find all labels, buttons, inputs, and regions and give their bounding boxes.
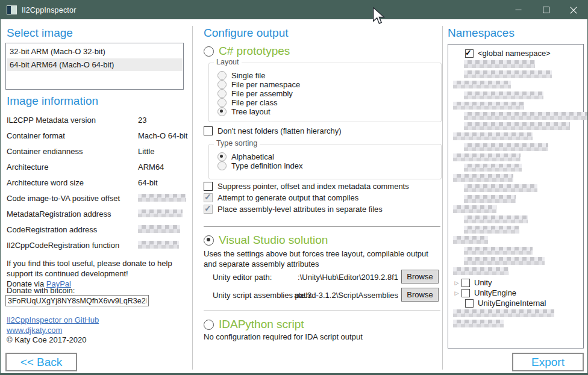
layout-option-file-per-class[interactable]: File per class: [217, 98, 278, 107]
website-link[interactable]: www.djkaty.com: [7, 326, 62, 335]
redacted-row: [464, 226, 519, 234]
redacted-row: [464, 215, 528, 223]
dont-nest-checkbox[interactable]: Don't nest folders (flatten hierarchy): [204, 126, 342, 135]
redacted-row: [464, 112, 588, 120]
namespace-item-unity[interactable]: ▷ Unity: [449, 277, 492, 288]
redacted-row: [464, 195, 516, 203]
window-border: [1, 373, 587, 374]
redacted-row: [453, 132, 533, 140]
unity-assemblies-path-value: ate.3d-3.1.2\ScriptAssemblies: [279, 291, 398, 300]
radio-icon: [217, 80, 227, 89]
namespace-item-unityengineinternal[interactable]: UnityEngineInternal: [449, 298, 546, 308]
browse-editor-button[interactable]: Browse: [401, 270, 439, 284]
bitcoin-label: Donate with bitcoin:: [7, 285, 75, 296]
idapython-radio[interactable]: IDAPython script: [204, 318, 304, 331]
bitcoin-address-input[interactable]: [5, 295, 149, 306]
redacted-row: [453, 320, 504, 327]
namespaces-header: Namespaces: [448, 26, 514, 40]
redacted-row: [453, 102, 524, 110]
info-row: Container endianness Little: [7, 143, 183, 159]
radio-icon: [204, 46, 214, 57]
layout-group: Layout Single file File per namespace Fi…: [208, 63, 442, 122]
image-listbox[interactable]: 32-bit ARM (Mach-O 32-bit) 64-bit ARM64 …: [5, 43, 184, 90]
title-bar: Il2CppInspector: [1, 1, 587, 19]
unity-editor-path-label: Unity editor path:: [213, 273, 272, 282]
namespace-list[interactable]: <global namespace> ▷ Unity ▷ UnityEngine…: [448, 44, 584, 349]
type-sorting-alphabetical[interactable]: Alphabetical: [217, 152, 274, 161]
column-separator-left: [192, 26, 193, 370]
redacted-row: [464, 143, 548, 151]
attempt-compile-checkbox[interactable]: Attempt to generate output that compiles: [204, 193, 358, 202]
close-button[interactable]: [560, 1, 587, 19]
layout-option-single-file[interactable]: Single file: [217, 71, 265, 80]
redacted-row: [453, 153, 521, 161]
back-button[interactable]: << Back: [5, 353, 77, 371]
redacted-row: [464, 91, 543, 99]
app-icon: [7, 5, 17, 14]
checkbox-icon: [461, 289, 470, 297]
namespace-item-global[interactable]: <global namespace>: [449, 48, 551, 58]
export-button[interactable]: Export: [512, 353, 584, 371]
minimize-icon: [515, 7, 522, 13]
radio-icon: [204, 235, 214, 246]
visual-studio-radio[interactable]: Visual Studio solution: [204, 234, 328, 247]
radio-icon: [204, 320, 214, 330]
minimize-button[interactable]: [504, 1, 532, 19]
layout-group-label: Layout: [214, 58, 242, 66]
checkbox-icon: [461, 279, 470, 287]
suppress-comments-checkbox[interactable]: Suppress pointer, offset and index metad…: [204, 182, 409, 191]
image-list-item[interactable]: 32-bit ARM (Mach-O 32-bit): [7, 45, 183, 58]
redacted-value: [138, 194, 186, 202]
mouse-cursor: [372, 7, 386, 25]
checkbox-icon: [204, 193, 213, 202]
image-list-item-selected[interactable]: 64-bit ARM64 (Mach-O 64-bit): [7, 58, 183, 71]
redacted-row: [464, 122, 570, 130]
info-row: Architecture ARM64: [7, 159, 183, 175]
redacted-row: [453, 309, 554, 317]
redacted-row: [464, 247, 533, 255]
redacted-row: [464, 60, 535, 68]
checkbox-icon: [465, 49, 474, 58]
type-sorting-group: Type sorting Alphabetical Type definitio…: [208, 144, 442, 179]
github-link[interactable]: Il2CppInspector on GitHub: [7, 315, 99, 324]
redacted-row: [464, 164, 522, 172]
namespace-item-unityengine[interactable]: ▷ UnityEngine: [449, 288, 516, 298]
redacted-row: [464, 70, 552, 78]
section-separator: [204, 226, 440, 227]
unity-editor-path-value: :\Unity\Hub\Editor\2019.2.8f1: [279, 273, 398, 282]
donate-text: If you find this tool useful, please don…: [7, 258, 185, 279]
configure-output-header: Configure output: [204, 26, 289, 40]
checkbox-icon: [204, 126, 213, 135]
csharp-prototypes-radio[interactable]: C# prototypes: [204, 45, 290, 58]
window-title: Il2CppInspector: [22, 6, 77, 14]
select-image-header: Select image: [7, 26, 73, 40]
type-sorting-definition-index[interactable]: Type definition index: [217, 161, 303, 170]
info-row: Architecture word size 64-bit: [7, 175, 183, 190]
info-row: IL2CPP Metadata version 23: [7, 112, 183, 128]
redacted-value: [138, 209, 183, 217]
radio-icon: [217, 89, 227, 98]
redacted-row: [453, 236, 488, 244]
expander-icon[interactable]: ▷: [452, 290, 461, 296]
radio-icon: [217, 98, 227, 107]
layout-option-tree-layout[interactable]: Tree layout: [217, 107, 271, 116]
column-separator-right: [442, 26, 443, 370]
radio-icon: [217, 107, 227, 116]
layout-option-file-per-assembly[interactable]: File per assembly: [217, 89, 293, 98]
expander-icon[interactable]: ▷: [452, 280, 461, 286]
separate-attributes-checkbox[interactable]: Place assembly-level attributes in separ…: [204, 205, 383, 214]
type-sorting-group-label: Type sorting: [214, 139, 260, 147]
checkbox-icon: [204, 205, 213, 214]
info-row: Container format Mach-O 64-bit: [7, 128, 183, 143]
section-separator: [204, 311, 440, 311]
maximize-icon: [543, 7, 549, 13]
redacted-row: [453, 174, 513, 182]
layout-option-file-per-namespace[interactable]: File per namespace: [217, 80, 300, 89]
copyright-text: © Katy Coe 2017-2020: [7, 335, 86, 344]
redacted-row: [464, 257, 545, 265]
redacted-row: [453, 81, 511, 88]
browse-assemblies-button[interactable]: Browse: [401, 288, 439, 302]
checkbox-icon: [204, 182, 213, 191]
maximize-button[interactable]: [532, 1, 560, 19]
redacted-value: [138, 241, 179, 249]
